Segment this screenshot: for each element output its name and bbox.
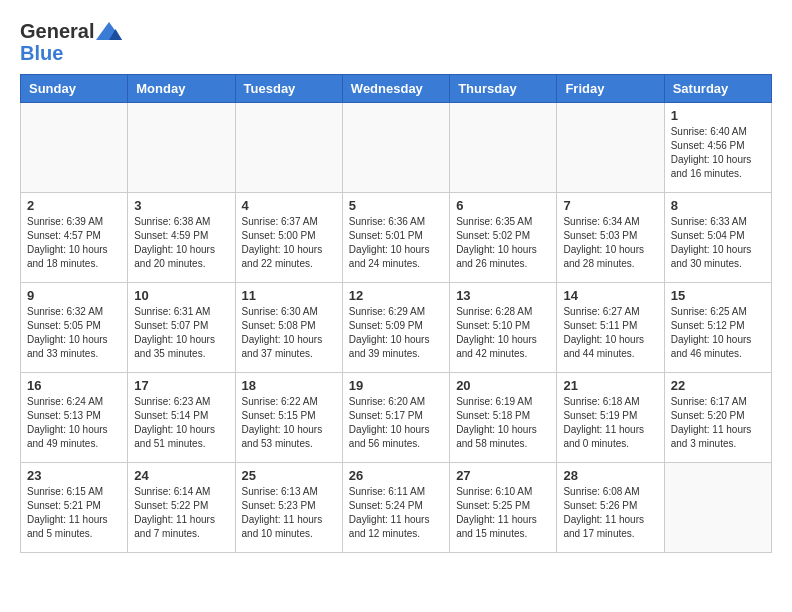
- day-number: 19: [349, 378, 443, 393]
- day-info: Sunrise: 6:19 AM Sunset: 5:18 PM Dayligh…: [456, 395, 550, 451]
- day-cell: 27Sunrise: 6:10 AM Sunset: 5:25 PM Dayli…: [450, 463, 557, 553]
- day-cell: 2Sunrise: 6:39 AM Sunset: 4:57 PM Daylig…: [21, 193, 128, 283]
- day-cell: 24Sunrise: 6:14 AM Sunset: 5:22 PM Dayli…: [128, 463, 235, 553]
- day-number: 20: [456, 378, 550, 393]
- day-cell: 10Sunrise: 6:31 AM Sunset: 5:07 PM Dayli…: [128, 283, 235, 373]
- day-info: Sunrise: 6:24 AM Sunset: 5:13 PM Dayligh…: [27, 395, 121, 451]
- day-info: Sunrise: 6:34 AM Sunset: 5:03 PM Dayligh…: [563, 215, 657, 271]
- page-header: General Blue: [20, 20, 772, 64]
- day-cell: 6Sunrise: 6:35 AM Sunset: 5:02 PM Daylig…: [450, 193, 557, 283]
- col-header-saturday: Saturday: [664, 75, 771, 103]
- day-info: Sunrise: 6:17 AM Sunset: 5:20 PM Dayligh…: [671, 395, 765, 451]
- day-cell: 11Sunrise: 6:30 AM Sunset: 5:08 PM Dayli…: [235, 283, 342, 373]
- week-row-5: 23Sunrise: 6:15 AM Sunset: 5:21 PM Dayli…: [21, 463, 772, 553]
- day-cell: [21, 103, 128, 193]
- day-cell: 20Sunrise: 6:19 AM Sunset: 5:18 PM Dayli…: [450, 373, 557, 463]
- calendar-header: SundayMondayTuesdayWednesdayThursdayFrid…: [21, 75, 772, 103]
- day-cell: 23Sunrise: 6:15 AM Sunset: 5:21 PM Dayli…: [21, 463, 128, 553]
- day-number: 4: [242, 198, 336, 213]
- day-number: 10: [134, 288, 228, 303]
- day-cell: 4Sunrise: 6:37 AM Sunset: 5:00 PM Daylig…: [235, 193, 342, 283]
- day-cell: 17Sunrise: 6:23 AM Sunset: 5:14 PM Dayli…: [128, 373, 235, 463]
- day-cell: 13Sunrise: 6:28 AM Sunset: 5:10 PM Dayli…: [450, 283, 557, 373]
- day-cell: 5Sunrise: 6:36 AM Sunset: 5:01 PM Daylig…: [342, 193, 449, 283]
- day-cell: 9Sunrise: 6:32 AM Sunset: 5:05 PM Daylig…: [21, 283, 128, 373]
- day-number: 22: [671, 378, 765, 393]
- day-cell: 22Sunrise: 6:17 AM Sunset: 5:20 PM Dayli…: [664, 373, 771, 463]
- day-info: Sunrise: 6:13 AM Sunset: 5:23 PM Dayligh…: [242, 485, 336, 541]
- day-info: Sunrise: 6:22 AM Sunset: 5:15 PM Dayligh…: [242, 395, 336, 451]
- day-cell: 3Sunrise: 6:38 AM Sunset: 4:59 PM Daylig…: [128, 193, 235, 283]
- day-number: 5: [349, 198, 443, 213]
- week-row-3: 9Sunrise: 6:32 AM Sunset: 5:05 PM Daylig…: [21, 283, 772, 373]
- day-info: Sunrise: 6:40 AM Sunset: 4:56 PM Dayligh…: [671, 125, 765, 181]
- day-info: Sunrise: 6:20 AM Sunset: 5:17 PM Dayligh…: [349, 395, 443, 451]
- col-header-tuesday: Tuesday: [235, 75, 342, 103]
- day-number: 27: [456, 468, 550, 483]
- col-header-wednesday: Wednesday: [342, 75, 449, 103]
- day-cell: 26Sunrise: 6:11 AM Sunset: 5:24 PM Dayli…: [342, 463, 449, 553]
- col-header-thursday: Thursday: [450, 75, 557, 103]
- day-cell: 12Sunrise: 6:29 AM Sunset: 5:09 PM Dayli…: [342, 283, 449, 373]
- day-cell: 16Sunrise: 6:24 AM Sunset: 5:13 PM Dayli…: [21, 373, 128, 463]
- day-cell: 19Sunrise: 6:20 AM Sunset: 5:17 PM Dayli…: [342, 373, 449, 463]
- day-number: 21: [563, 378, 657, 393]
- day-info: Sunrise: 6:33 AM Sunset: 5:04 PM Dayligh…: [671, 215, 765, 271]
- day-cell: [450, 103, 557, 193]
- calendar-body: 1Sunrise: 6:40 AM Sunset: 4:56 PM Daylig…: [21, 103, 772, 553]
- day-cell: [557, 103, 664, 193]
- day-info: Sunrise: 6:14 AM Sunset: 5:22 PM Dayligh…: [134, 485, 228, 541]
- day-info: Sunrise: 6:30 AM Sunset: 5:08 PM Dayligh…: [242, 305, 336, 361]
- day-info: Sunrise: 6:27 AM Sunset: 5:11 PM Dayligh…: [563, 305, 657, 361]
- logo: General Blue: [20, 20, 122, 64]
- day-number: 28: [563, 468, 657, 483]
- col-header-friday: Friday: [557, 75, 664, 103]
- day-cell: [342, 103, 449, 193]
- day-number: 11: [242, 288, 336, 303]
- day-info: Sunrise: 6:31 AM Sunset: 5:07 PM Dayligh…: [134, 305, 228, 361]
- day-number: 15: [671, 288, 765, 303]
- day-cell: 18Sunrise: 6:22 AM Sunset: 5:15 PM Dayli…: [235, 373, 342, 463]
- day-cell: [235, 103, 342, 193]
- day-info: Sunrise: 6:29 AM Sunset: 5:09 PM Dayligh…: [349, 305, 443, 361]
- week-row-1: 1Sunrise: 6:40 AM Sunset: 4:56 PM Daylig…: [21, 103, 772, 193]
- day-info: Sunrise: 6:11 AM Sunset: 5:24 PM Dayligh…: [349, 485, 443, 541]
- col-header-sunday: Sunday: [21, 75, 128, 103]
- day-number: 7: [563, 198, 657, 213]
- day-info: Sunrise: 6:25 AM Sunset: 5:12 PM Dayligh…: [671, 305, 765, 361]
- day-info: Sunrise: 6:23 AM Sunset: 5:14 PM Dayligh…: [134, 395, 228, 451]
- day-info: Sunrise: 6:38 AM Sunset: 4:59 PM Dayligh…: [134, 215, 228, 271]
- day-info: Sunrise: 6:28 AM Sunset: 5:10 PM Dayligh…: [456, 305, 550, 361]
- day-number: 13: [456, 288, 550, 303]
- day-info: Sunrise: 6:18 AM Sunset: 5:19 PM Dayligh…: [563, 395, 657, 451]
- day-info: Sunrise: 6:15 AM Sunset: 5:21 PM Dayligh…: [27, 485, 121, 541]
- week-row-2: 2Sunrise: 6:39 AM Sunset: 4:57 PM Daylig…: [21, 193, 772, 283]
- day-number: 8: [671, 198, 765, 213]
- day-number: 14: [563, 288, 657, 303]
- day-info: Sunrise: 6:35 AM Sunset: 5:02 PM Dayligh…: [456, 215, 550, 271]
- day-number: 2: [27, 198, 121, 213]
- day-cell: 1Sunrise: 6:40 AM Sunset: 4:56 PM Daylig…: [664, 103, 771, 193]
- day-cell: 25Sunrise: 6:13 AM Sunset: 5:23 PM Dayli…: [235, 463, 342, 553]
- day-info: Sunrise: 6:39 AM Sunset: 4:57 PM Dayligh…: [27, 215, 121, 271]
- day-number: 18: [242, 378, 336, 393]
- day-cell: 28Sunrise: 6:08 AM Sunset: 5:26 PM Dayli…: [557, 463, 664, 553]
- day-number: 25: [242, 468, 336, 483]
- day-info: Sunrise: 6:36 AM Sunset: 5:01 PM Dayligh…: [349, 215, 443, 271]
- day-cell: 7Sunrise: 6:34 AM Sunset: 5:03 PM Daylig…: [557, 193, 664, 283]
- day-cell: [128, 103, 235, 193]
- day-cell: 8Sunrise: 6:33 AM Sunset: 5:04 PM Daylig…: [664, 193, 771, 283]
- day-info: Sunrise: 6:08 AM Sunset: 5:26 PM Dayligh…: [563, 485, 657, 541]
- day-number: 6: [456, 198, 550, 213]
- day-info: Sunrise: 6:10 AM Sunset: 5:25 PM Dayligh…: [456, 485, 550, 541]
- day-number: 12: [349, 288, 443, 303]
- day-cell: 15Sunrise: 6:25 AM Sunset: 5:12 PM Dayli…: [664, 283, 771, 373]
- day-number: 24: [134, 468, 228, 483]
- day-number: 17: [134, 378, 228, 393]
- day-info: Sunrise: 6:37 AM Sunset: 5:00 PM Dayligh…: [242, 215, 336, 271]
- day-number: 1: [671, 108, 765, 123]
- day-number: 9: [27, 288, 121, 303]
- day-cell: 21Sunrise: 6:18 AM Sunset: 5:19 PM Dayli…: [557, 373, 664, 463]
- col-header-monday: Monday: [128, 75, 235, 103]
- day-cell: 14Sunrise: 6:27 AM Sunset: 5:11 PM Dayli…: [557, 283, 664, 373]
